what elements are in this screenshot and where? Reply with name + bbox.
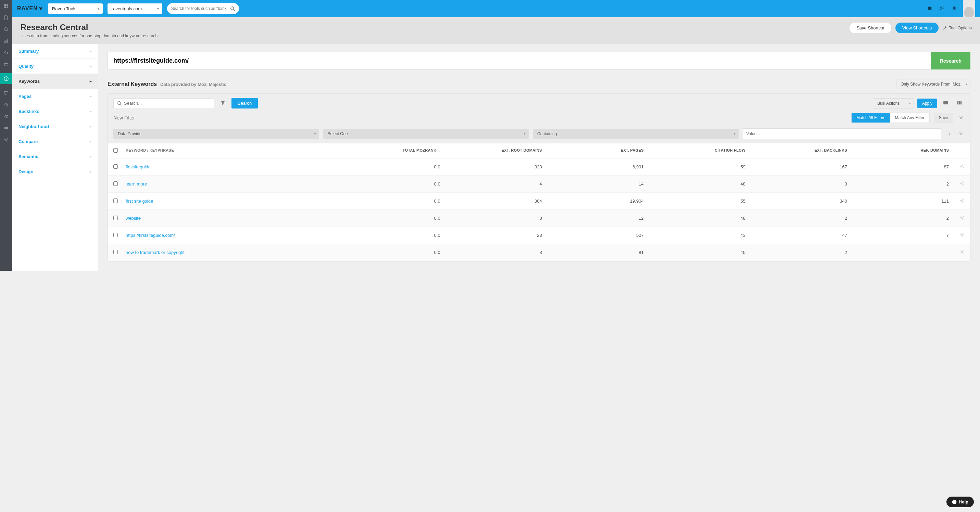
sidenav-item-keywords[interactable]: Keywords▸ <box>12 74 98 89</box>
keyword-link[interactable]: firstsiteguide <box>126 164 342 170</box>
cell-ext-pages: 14 <box>546 181 647 187</box>
save-filter-button[interactable]: Save <box>934 113 953 122</box>
rail-dashboard-icon[interactable] <box>3 3 9 9</box>
select-all-checkbox[interactable] <box>113 148 118 153</box>
filter-field-select[interactable]: Select One▾ <box>323 129 529 139</box>
rail-search-icon[interactable] <box>3 27 9 32</box>
rail-gear-icon[interactable] <box>3 137 9 143</box>
col-keyword[interactable]: KEYWORD / KEYPHRASE <box>126 148 342 153</box>
cell-ref-domains: 87 <box>851 164 952 170</box>
row-gear-icon[interactable] <box>952 198 964 204</box>
sidenav-item-compare[interactable]: Compare▸ <box>12 134 98 149</box>
chevron-right-icon: ▸ <box>90 139 92 144</box>
chevron-right-icon: ▸ <box>90 79 92 84</box>
col-root-domains[interactable]: EXT. ROOT DOMAINS <box>444 148 546 153</box>
match-any-button[interactable]: Match Any Filter <box>890 113 929 122</box>
account-select[interactable]: Raven Tools▾ <box>48 3 103 14</box>
cell-ext-pages: 19,904 <box>546 198 647 204</box>
row-gear-icon[interactable] <box>952 249 964 255</box>
sidenav-item-semantic[interactable]: Semantic▸ <box>12 149 98 164</box>
svg-line-23 <box>121 104 122 105</box>
filter-value-input[interactable] <box>743 128 942 139</box>
rail-document-icon[interactable] <box>3 15 9 21</box>
remove-filter-row-icon[interactable]: ✕ <box>958 131 964 137</box>
row-checkbox[interactable] <box>113 216 118 220</box>
rail-briefcase-icon[interactable] <box>3 62 9 67</box>
cell-citation-flow: 59 <box>647 164 749 170</box>
svg-point-29 <box>961 183 963 184</box>
bulk-actions-select[interactable]: Bulk Actions▾ <box>873 98 914 108</box>
global-search[interactable] <box>167 3 239 14</box>
row-checkbox[interactable] <box>113 164 118 169</box>
research-button[interactable]: Research <box>931 52 970 70</box>
rail-chat-icon[interactable] <box>3 90 9 96</box>
search-button[interactable]: Search <box>231 98 258 108</box>
tool-options-link[interactable]: Tool Options <box>943 26 972 30</box>
row-checkbox[interactable] <box>113 198 118 203</box>
col-ext-backlinks[interactable]: EXT. BACKLINKS <box>749 148 851 153</box>
row-gear-icon[interactable] <box>952 232 964 238</box>
keyword-link[interactable]: first site guide <box>126 198 342 204</box>
bell-icon[interactable] <box>951 5 958 13</box>
table-search[interactable] <box>113 98 214 108</box>
filter-provider-select[interactable]: Data Provider▾ <box>113 129 319 139</box>
rail-target-icon[interactable] <box>3 102 9 108</box>
rail-info-icon[interactable] <box>0 73 12 84</box>
col-mozrank[interactable]: TOTAL MOZRANK↓ <box>342 148 444 153</box>
svg-rect-9 <box>5 63 8 66</box>
show-keywords-from-select[interactable]: Only Show Keywords From: Moz▾ <box>896 79 970 89</box>
chevron-down-icon: ▾ <box>98 7 99 11</box>
rail-megaphone-icon[interactable] <box>3 114 9 119</box>
user-avatar[interactable] <box>963 0 975 17</box>
chevron-right-icon: ▸ <box>90 154 92 159</box>
match-all-button[interactable]: Match All Filters <box>851 113 890 122</box>
view-shortcuts-button[interactable]: View Shortcuts <box>896 22 939 33</box>
row-gear-icon[interactable] <box>952 181 964 187</box>
global-search-input[interactable] <box>171 6 228 11</box>
topbar: RAVEN Raven Tools▾ raventools.com▾ <box>12 0 980 17</box>
sidenav-item-pages[interactable]: Pages▸ <box>12 89 98 104</box>
row-checkbox[interactable] <box>113 250 118 254</box>
apply-button[interactable]: Apply <box>917 98 937 108</box>
sidenav-item-summary[interactable]: Summary▸ <box>12 44 98 59</box>
row-checkbox[interactable] <box>113 181 118 186</box>
col-citation-flow[interactable]: CITATION FLOW <box>647 148 749 153</box>
row-gear-icon[interactable] <box>952 164 964 170</box>
filter-operator-select[interactable]: Containing▾ <box>533 129 738 139</box>
research-url-input[interactable] <box>108 52 931 70</box>
sidenav-item-label: Quality <box>19 63 33 69</box>
section-title: External Keywords <box>108 81 157 87</box>
col-ref-domains[interactable]: REF. DOMAINS <box>851 148 952 153</box>
display-mode-icon[interactable] <box>940 99 951 108</box>
keyword-link[interactable]: website <box>126 216 342 221</box>
keyword-link[interactable]: learn more <box>126 181 342 187</box>
svg-point-31 <box>961 217 963 218</box>
col-ext-pages[interactable]: EXT. PAGES <box>546 148 647 153</box>
filter-icon-button[interactable] <box>218 99 228 108</box>
rail-link-icon[interactable] <box>3 50 9 55</box>
table-row: firstsiteguide0.03236,9915916787 <box>108 159 970 176</box>
table-row: first site guide0.030419,90455340111 <box>108 193 970 210</box>
sidenav-item-design[interactable]: Design▸ <box>12 164 98 179</box>
columns-icon[interactable] <box>954 99 964 108</box>
sidenav-item-quality[interactable]: Quality▸ <box>12 59 98 74</box>
domain-select[interactable]: raventools.com▾ <box>108 3 162 14</box>
rail-layers-icon[interactable] <box>3 125 9 131</box>
close-filter-icon[interactable]: ✕ <box>958 115 964 121</box>
table-search-input[interactable] <box>124 101 211 106</box>
svg-point-4 <box>5 28 8 31</box>
chevron-right-icon: ▸ <box>90 124 92 129</box>
cell-root-domains: 4 <box>444 181 546 187</box>
sidenav-item-neighborhood[interactable]: Neighborhood▸ <box>12 119 98 134</box>
svg-point-32 <box>961 234 963 235</box>
row-gear-icon[interactable] <box>952 215 964 221</box>
row-checkbox[interactable] <box>113 233 118 237</box>
add-filter-row-icon[interactable]: ＋ <box>945 131 953 137</box>
card-icon[interactable] <box>926 5 934 13</box>
keyword-link[interactable]: how to trademark or copyright <box>126 250 342 255</box>
sidenav-item-backlinks[interactable]: Backlinks▸ <box>12 104 98 119</box>
keyword-link[interactable]: https://firstsiteguide.com/ <box>126 233 342 238</box>
rail-bars-icon[interactable] <box>3 38 9 44</box>
checklist-icon[interactable] <box>938 5 946 13</box>
save-shortcut-button[interactable]: Save Shortcut <box>850 22 891 33</box>
